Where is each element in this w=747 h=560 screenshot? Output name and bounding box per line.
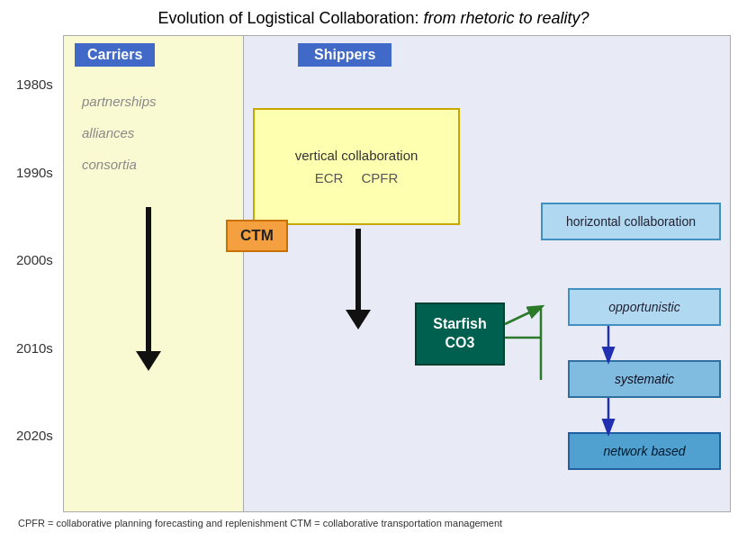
- vertical-collaboration-box: CTM vertical collaboration ECR CPFR: [253, 108, 460, 225]
- carrier-arrow: [136, 207, 161, 371]
- y-label-2010s: 2010s: [16, 337, 63, 425]
- starfish-box: Starfish CO3: [415, 303, 505, 366]
- ecr-label: ECR: [315, 170, 344, 185]
- svg-line-0: [505, 307, 541, 324]
- carrier-arrow-line: [146, 207, 151, 351]
- carrier-arrow-head: [136, 351, 161, 371]
- carriers-content: partnerships alliances consortia: [64, 76, 243, 190]
- vert-collab-arrow-head: [346, 310, 371, 330]
- shippers-panel: Shippers CTM vertical collaboration ECR …: [244, 36, 730, 511]
- y-label-2000s: 2000s: [16, 248, 63, 337]
- vert-collab-arrow-line: [356, 229, 361, 310]
- y-axis: 1980s 1990s 2000s 2010s 2020s: [16, 35, 63, 512]
- carriers-header: Carriers: [75, 43, 155, 67]
- systematic-text: systematic: [615, 372, 674, 386]
- carriers-panel: Carriers partnerships alliances consorti…: [64, 36, 244, 511]
- page-title: Evolution of Logistical Collaboration: f…: [0, 0, 747, 35]
- systematic-box: systematic: [568, 360, 721, 398]
- network-based-text: network based: [603, 444, 685, 458]
- horiz-collab-text: horizontal collaboration: [566, 214, 696, 229]
- horizontal-collaboration-box: horizontal collaboration: [541, 203, 721, 240]
- title-main: Evolution of Logistical Collaboration:: [158, 9, 423, 27]
- opportunistic-box: opportunistic: [568, 288, 721, 326]
- y-label-1980s: 1980s: [16, 73, 63, 161]
- shippers-header: Shippers: [298, 43, 392, 67]
- opportunistic-text: opportunistic: [608, 300, 680, 314]
- main-diagram-box: Carriers partnerships alliances consorti…: [63, 35, 731, 512]
- carrier-partnerships: partnerships: [82, 94, 225, 109]
- ctm-box: CTM: [226, 220, 288, 252]
- y-label-2020s: 2020s: [16, 424, 63, 512]
- diagram-area: 1980s 1990s 2000s 2010s 2020s Carriers p…: [16, 35, 731, 512]
- footer-text: CPFR = collaborative planning forecastin…: [0, 514, 747, 532]
- carrier-consortia: consortia: [82, 157, 225, 172]
- cpfr-label: CPFR: [361, 170, 398, 185]
- vertical-collab-title: vertical collaboration: [295, 148, 418, 163]
- y-label-1990s: 1990s: [16, 161, 63, 249]
- network-based-box: network based: [568, 432, 721, 470]
- vertical-collab-items: ECR CPFR: [315, 170, 399, 185]
- vert-collab-arrow: [346, 229, 371, 330]
- carrier-alliances: alliances: [82, 125, 225, 140]
- title-italic: from rhetoric to reality?: [424, 9, 590, 27]
